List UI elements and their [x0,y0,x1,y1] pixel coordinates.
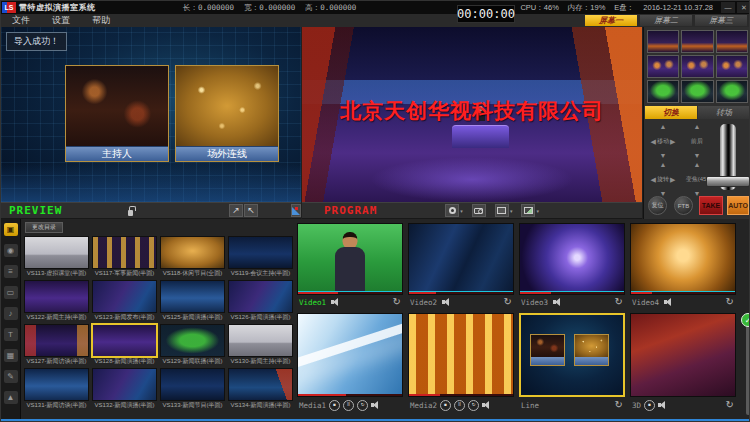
stop-icon[interactable]: ■ [644,400,655,411]
arrow-right-icon[interactable]: ▶ [670,177,675,182]
scene-item[interactable]: VS132-新闻演播(半圆) [92,368,157,410]
tv-caret-icon[interactable]: ▾ [510,208,513,214]
speaker-icon[interactable] [658,401,667,409]
minimize-button[interactable]: — [721,2,735,13]
scene-item[interactable]: VS131-新闻访谈(半圆) [24,368,89,410]
scene-item[interactable]: VS130-新闻主持(半圆) [228,324,293,366]
speaker-icon[interactable] [664,298,673,306]
players-scrollbar[interactable] [746,315,750,415]
video-input-2[interactable]: Video2 ↻ [408,223,514,309]
speaker-icon[interactable] [331,298,340,306]
image-tool-icon[interactable]: ▦ [4,349,18,362]
scene-preset[interactable] [716,30,748,53]
scene-item[interactable]: VS127-新闻访谈(半圆) [24,324,89,366]
scene-preset[interactable] [647,80,679,103]
take-button[interactable]: TAKE [699,196,723,215]
scene-item[interactable]: VS123-新闻发布(半圆) [92,280,157,322]
scene-preset[interactable] [647,30,679,53]
playlist-icon[interactable]: ≡ [4,265,18,278]
scene-item[interactable]: VS113-虚拟课堂(半圆) [24,236,89,278]
scene-item[interactable]: VS133-新闻节目(半圆) [160,368,225,410]
arrow-right-icon[interactable]: ▶ [670,139,675,144]
media2-thumbnail[interactable] [408,313,514,397]
media-player-1[interactable]: Media1 ■ II ↻ [297,313,403,413]
monitor-icon[interactable]: ▭ [4,286,18,299]
scene-item[interactable]: VS122-新闻主持(半圆) [24,280,89,322]
export-image-icon[interactable] [521,204,535,217]
tab-screen-3[interactable]: 屏幕三 [695,15,747,26]
refresh-icon[interactable]: ↻ [504,297,512,307]
arrow-up-icon[interactable]: ▲ [694,124,701,129]
source-box-remote[interactable]: 场外连线 [175,65,279,162]
ftb-button[interactable]: FTB [674,196,693,215]
player-3d[interactable]: 3D ■ ↻ [630,313,736,413]
refresh-icon[interactable]: ↻ [726,400,734,410]
record-icon[interactable] [445,204,459,217]
model-3d-icon[interactable]: ▲ [4,391,18,404]
threed-thumbnail[interactable] [630,313,736,397]
arrow-left-icon[interactable]: ◀ [651,177,656,182]
stop-icon[interactable]: ■ [329,400,340,411]
lock-icon[interactable] [128,210,133,216]
pause-icon[interactable]: II [454,400,465,411]
floating-green-badge[interactable]: ✓ [741,313,750,327]
refresh-icon[interactable]: ↻ [615,400,623,410]
undo-arrow-icon[interactable]: ↖ [244,204,258,217]
program-window[interactable]: 北京天创华视科技有限公司 [302,27,642,202]
speaker-icon[interactable] [371,401,380,409]
video-input-1[interactable]: Video1 ↻ [297,223,403,309]
microphone-icon[interactable]: ♪ [4,307,18,320]
edit-tool-icon[interactable]: ✎ [4,370,18,383]
scene-preset[interactable] [647,55,679,78]
scene-preset[interactable] [681,30,713,53]
arrow-up-icon[interactable]: ▲ [660,124,667,129]
scene-preset[interactable] [716,55,748,78]
line-monitor[interactable]: Line ↻ [519,313,625,413]
pad-rotate[interactable]: ▲ ◀旋转▶ ▼ [648,162,678,196]
video3-thumbnail[interactable] [519,223,625,295]
arrow-down-icon[interactable]: ▼ [660,153,667,158]
tab-transition[interactable]: 转场 [698,106,750,119]
stop-icon[interactable]: ■ [440,400,451,411]
pause-icon[interactable]: II [343,400,354,411]
media1-thumbnail[interactable] [297,313,403,397]
preview-window[interactable]: 导入成功！ 主持人 场外连线 [1,27,301,202]
speaker-icon[interactable] [442,298,451,306]
video4-thumbnail[interactable] [630,223,736,295]
speaker-icon[interactable] [553,298,562,306]
export-caret-icon[interactable]: ▾ [536,208,539,214]
pad-move[interactable]: ▲ ◀移动▶ ▼ [648,124,678,158]
change-directory-button[interactable]: 更改目录 [25,222,63,233]
refresh-icon[interactable]: ↻ [393,297,401,307]
line-thumbnail[interactable] [519,313,625,397]
arrow-down-icon[interactable]: ▼ [660,191,667,196]
media-player-2[interactable]: Media2 ■ II ↻ [408,313,514,413]
tab-screen-2[interactable]: 屏幕二 [640,15,692,26]
scene-item[interactable]: VS118-休闲节目(全圆) [160,236,225,278]
scene-item[interactable]: VS119-会议主持(半圆) [228,236,293,278]
tv-output-icon[interactable] [495,204,509,217]
video1-thumbnail[interactable] [297,223,403,295]
transition-effect-icon[interactable] [291,204,301,217]
loop-icon[interactable]: ↻ [357,400,368,411]
scene-preset[interactable] [681,80,713,103]
arrow-down-icon[interactable]: ▼ [694,153,701,158]
scene-preset[interactable] [681,55,713,78]
scene-item[interactable]: VS126-新闻演播(半圆) [228,280,293,322]
virtual-camera-icon[interactable]: ◉ [4,244,18,257]
reset-button[interactable]: 复位 [648,196,667,215]
menu-settings[interactable]: 设置 [41,14,81,27]
scene-item[interactable]: VS117-军事新闻(半圆) [92,236,157,278]
refresh-icon[interactable]: ↻ [726,297,734,307]
video-input-4[interactable]: Video4 ↻ [630,223,736,309]
scene-item[interactable]: VS134-新闻演播(半圆) [228,368,293,410]
menu-help[interactable]: 帮助 [81,14,121,27]
arrow-up-icon[interactable]: ▲ [694,162,701,167]
menu-file[interactable]: 文件 [1,14,41,27]
tab-screen-1[interactable]: 屏幕一 [585,15,637,26]
arrow-up-icon[interactable]: ▲ [660,162,667,167]
arrow-left-icon[interactable]: ◀ [651,139,656,144]
scene-library-icon[interactable]: ▣ [4,223,18,236]
video2-thumbnail[interactable] [408,223,514,295]
loop-icon[interactable]: ↻ [468,400,479,411]
